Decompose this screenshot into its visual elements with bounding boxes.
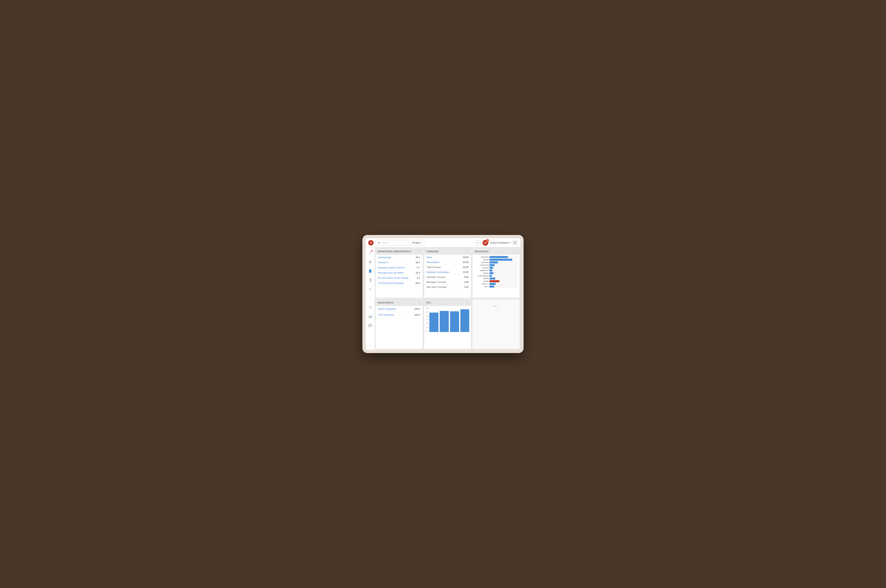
hc-row-dessau: Dessau	[474, 267, 518, 269]
hc-bar	[489, 264, 495, 266]
sidebar-item-messages[interactable]: 💬	[367, 322, 373, 328]
table-row: Voluntary Turnover 8.00	[424, 274, 471, 279]
sidebar-collapse-chevron[interactable]: ›	[370, 344, 371, 347]
turnover-menu[interactable]: ⋮	[466, 250, 469, 253]
table-row: Average Hours per Week 32.4	[376, 270, 423, 275]
headcount-chart-content: Aberdeen Bristol	[472, 255, 519, 298]
sidebar: ✓ ▦ 👤 ▐ ⊟ ○ ⊞ 📊 💬 ›	[366, 248, 375, 350]
active-employees-label[interactable]: Active Employees	[378, 308, 396, 310]
table-row: New Hires Turnover 2.00	[424, 285, 471, 290]
headcounts-title: HEADCOUNTS	[378, 302, 393, 304]
workforce-demographics-title: WORKFORCE DEMOGRAPHICS	[378, 250, 411, 253]
female-pct-value: 38.1	[415, 261, 420, 264]
hc-bar	[489, 283, 496, 285]
turnover-content: Hires 40.00 Terminations 30.00 Total Tur…	[424, 255, 471, 298]
avg-length-service-label[interactable]: Average Length of Service	[378, 266, 405, 269]
hc-bar	[489, 269, 492, 272]
table-row: Total Turnover 10.00	[424, 265, 471, 270]
sidebar-badge	[371, 250, 373, 252]
terminations-value: 30.00	[463, 261, 469, 264]
hamburger-line	[514, 243, 517, 243]
sidebar-item-documents[interactable]: ⊞	[367, 304, 373, 310]
search-box[interactable]: 🔍 Search...	[375, 240, 408, 246]
turnover-title: TURNOVER	[426, 250, 439, 253]
table-row: FTE Headcount 183.0	[376, 312, 423, 318]
terminations-label[interactable]: Terminations	[427, 261, 439, 264]
hc-bar-container	[489, 272, 518, 274]
hires-label[interactable]: Hires	[427, 256, 432, 258]
av-time-comp-value: 2.1	[417, 277, 420, 279]
new-hires-turnover-value: 2.00	[464, 286, 468, 288]
people-dropdown[interactable]: People ▾	[410, 240, 424, 246]
hc-label: Florida	[474, 278, 489, 279]
turnover-panel: TURNOVER ⋮ Hires 40.00 Terminations 30.0…	[424, 248, 471, 298]
tablet-screen: S 🔍 Search... People ▾ + CA 12	[366, 238, 520, 350]
voluntary-turnover-value: 8.00	[464, 276, 468, 278]
workforce-demographics-header: WORKFORCE DEMOGRAPHICS ⋮	[376, 248, 423, 255]
hc-label: Gouda	[474, 280, 489, 282]
tablet-frame: S 🔍 Search... People ▾ + CA 12	[363, 235, 523, 353]
sidebar-item-dashboard[interactable]: ✓	[367, 250, 373, 256]
sidebar-item-reports[interactable]: 📊	[367, 314, 373, 319]
fte-headcount-label[interactable]: FTE Headcount	[378, 314, 394, 316]
active-employees-value: 226.0	[414, 308, 420, 310]
avg-age-value: 43.2	[415, 256, 420, 258]
voluntary-terminations-label[interactable]: Voluntary Terminations	[427, 271, 450, 273]
avg-age-label[interactable]: Average Age	[378, 256, 391, 258]
avg-length-service-value: 8.7	[417, 266, 420, 269]
pct-permanent-label[interactable]: % Permanent Employees	[378, 282, 404, 284]
main-area: ✓ ▦ 👤 ▐ ⊟ ○ ⊞ 📊 💬 › W	[366, 248, 520, 350]
fte-bar-q3	[450, 311, 459, 332]
hc-bar-container	[489, 278, 518, 279]
hc-bar	[489, 267, 493, 269]
headcount-chart-menu[interactable]: ⋮	[514, 250, 517, 253]
app-logo: S	[368, 240, 373, 246]
hc-bar-container	[489, 264, 518, 266]
hc-row-coventry: Coventry	[474, 261, 518, 264]
total-turnover-label: Total Turnover	[427, 266, 441, 268]
hc-row-gouda: Gouda	[474, 280, 518, 282]
hc-bar	[489, 259, 512, 261]
hc-label: Aberdeen	[474, 256, 489, 258]
headcounts-menu[interactable]: ⋮	[418, 301, 420, 304]
headcounts-table: Active Employees 226.0 FTE Headcount 183…	[376, 306, 423, 318]
fte-chart-panel: FTE ... ⋮ 180 160 140 120 100	[424, 299, 471, 349]
headcount-chart-header: HEADCOUNT ⋮	[472, 248, 519, 255]
extra-panel: Sou...	[472, 299, 519, 349]
hc-label: Bristol	[474, 259, 489, 261]
fte-chart-content: 180 160 140 120 100 80 60	[424, 306, 471, 349]
sidebar-item-analytics[interactable]: ▐	[367, 277, 373, 283]
sidebar-item-schedule[interactable]: ⊟	[367, 286, 373, 292]
add-button[interactable]: +	[475, 240, 481, 246]
user-name-button[interactable]: Cheryl Abrahams ▾	[490, 242, 511, 244]
fte-chart-title: FTE ...	[426, 302, 433, 304]
hc-bar-container	[489, 285, 518, 288]
total-turnover-value: 10.00	[463, 266, 469, 268]
hc-label: Dadna	[474, 272, 489, 274]
fte-chart-menu[interactable]: ⋮	[466, 301, 469, 304]
table-row: Average Age 43.2	[376, 255, 423, 260]
sidebar-item-time[interactable]: ○	[367, 295, 373, 301]
female-pct-label[interactable]: Female %	[378, 261, 388, 264]
hamburger-line	[514, 243, 517, 244]
nav-right: + CA 12 Cheryl Abrahams ▾	[475, 240, 518, 246]
workforce-demographics-menu[interactable]: ⋮	[418, 250, 420, 253]
hamburger-line	[514, 242, 517, 242]
hc-label: Dettelbach	[474, 269, 489, 272]
chevron-down-icon: ▾	[421, 242, 422, 244]
avg-hours-week-label[interactable]: Average Hours per Week	[378, 272, 403, 274]
headcounts-content: Active Employees 226.0 FTE Headcount 183…	[376, 306, 423, 349]
sidebar-item-calendar[interactable]: ▦	[367, 259, 373, 265]
hamburger-menu-button[interactable]	[513, 240, 518, 246]
hc-row-ma: Ma...	[474, 285, 518, 288]
workforce-demographics-panel: WORKFORCE DEMOGRAPHICS ⋮ Average Age 43.…	[376, 248, 423, 298]
hc-bar-container	[489, 261, 518, 264]
avg-hours-week-value: 32.4	[415, 272, 420, 274]
turnover-header: TURNOVER ⋮	[424, 248, 471, 255]
table-row: % Permanent Employees 69.0	[376, 280, 423, 286]
hc-row-aberdeen: Aberdeen	[474, 256, 518, 258]
av-time-comp-label[interactable]: Av. Time Since Comp Change	[378, 277, 408, 279]
fte-headcount-value: 183.0	[414, 314, 420, 316]
sidebar-item-people[interactable]: 👤	[367, 268, 373, 274]
hc-row-dettelbach: Dettelbach	[474, 269, 518, 272]
